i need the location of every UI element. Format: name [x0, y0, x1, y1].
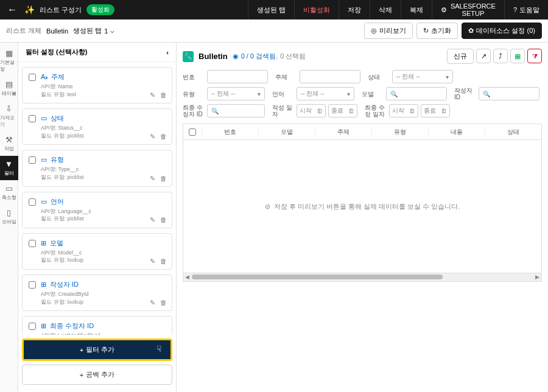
chevron-left-icon[interactable]: ‹: [166, 49, 169, 56]
filter-checkbox[interactable]: [29, 323, 36, 330]
app-title: 리스트 구성기: [40, 5, 82, 15]
field-label-number: 번호: [183, 74, 203, 80]
filter-checkbox[interactable]: [29, 240, 36, 247]
filter-label: 최종 수정자 ID: [50, 321, 94, 331]
col-model[interactable]: 모델: [258, 128, 315, 136]
datasource-button[interactable]: ✿데이터소스 설정 (0): [462, 23, 542, 39]
content-area: 🔧 Bulletin ◉ 0 / 0 검색됨. 0 선택됨 신규 ↗ ⤴ ▦ ⧩…: [177, 43, 548, 392]
top-tab-deactivate[interactable]: 비활성화: [294, 0, 339, 19]
delete-icon[interactable]: 🗑: [160, 133, 167, 141]
filter-card[interactable]: ⊞최종 수정자 IDAPI명: LastModifiedById필드 유형: l…: [22, 316, 172, 335]
reset-button[interactable]: ↻초기화: [416, 23, 458, 39]
preview-button[interactable]: ◎미리보기: [364, 23, 413, 39]
col-subject[interactable]: 주제: [315, 128, 371, 136]
top-tab-setup[interactable]: ⚙ SALESFORCESETUP: [432, 0, 504, 19]
scroll-right-arrow[interactable]: ▶: [533, 273, 541, 281]
rail-table[interactable]: ▤테이블: [0, 76, 18, 100]
eye-icon: ◎: [371, 27, 377, 35]
delete-icon[interactable]: 🗑: [160, 91, 167, 99]
top-tab-generated[interactable]: 생성된 탭: [248, 0, 294, 19]
tab-selector[interactable]: 생성된 탭 1 ⌵: [73, 26, 114, 35]
scroll-thumb[interactable]: [192, 275, 443, 279]
horizontal-scrollbar[interactable]: ◀ ▶: [183, 273, 542, 282]
edit-icon[interactable]: ✎: [150, 133, 155, 141]
filter-checkbox[interactable]: [29, 198, 36, 206]
col-number[interactable]: 번호: [202, 128, 258, 136]
filter-card[interactable]: ⊞작성자 IDAPI명: CreatedById필드 유형: lookup✎🗑: [22, 275, 172, 311]
col-content[interactable]: 내용: [428, 128, 485, 136]
grid-icon: ▦: [5, 49, 13, 58]
filter-card[interactable]: ⊞모델API명: Model__c필드 유형: lookup✎🗑: [22, 233, 172, 270]
upload-button[interactable]: ⤴: [493, 49, 508, 63]
creator-lookup[interactable]: 🔍: [479, 87, 539, 100]
filter-checkbox[interactable]: [29, 115, 36, 122]
back-arrow-icon[interactable]: ←: [5, 4, 19, 15]
filter-label: 모델: [50, 239, 63, 248]
modified-start-date[interactable]: 시작🗓: [389, 104, 418, 117]
edit-icon[interactable]: ✎: [150, 91, 155, 99]
number-input[interactable]: [207, 70, 268, 83]
calendar-icon: 🗓: [317, 108, 323, 114]
rail-filter[interactable]: ▼필터: [0, 156, 18, 180]
filter-meta: API명: CreatedById필드 유형: lookup: [41, 290, 166, 306]
rail-shrink[interactable]: ▭축소형: [0, 180, 18, 205]
edit-icon[interactable]: ✎: [150, 216, 155, 224]
delete-icon[interactable]: 🗑: [160, 257, 167, 265]
col-status[interactable]: 상태: [485, 128, 541, 136]
filter-card[interactable]: ▭상태API명: Status__c필드 유형: picklist✎🗑: [22, 108, 172, 145]
filter-checkbox[interactable]: [29, 156, 36, 164]
topbar: ← ✨ 리스트 구성기 활성화 생성된 탭 비활성화 저장 삭제 복제 ⚙ SA…: [0, 0, 548, 19]
top-tab-clone[interactable]: 복제: [401, 0, 432, 19]
delete-icon[interactable]: 🗑: [160, 216, 167, 224]
filter-panel-header: 필터 설정 (선택사항) ‹: [18, 43, 176, 62]
scroll-left-arrow[interactable]: ◀: [183, 273, 191, 281]
top-tab-delete[interactable]: 삭제: [370, 0, 401, 19]
export-button[interactable]: ↗: [476, 49, 491, 63]
magic-wand-icon: ✨: [24, 5, 35, 15]
subject-input[interactable]: [300, 70, 360, 83]
filter-checkbox[interactable]: [29, 281, 36, 289]
field-label-status: 상태: [368, 74, 388, 80]
created-start-date[interactable]: 시작🗓: [297, 104, 326, 117]
add-filter-button[interactable]: + 필터 추가 ☟: [22, 338, 172, 361]
language-select[interactable]: -- 전체 --▾: [297, 87, 354, 100]
upload-icon: ⤴: [499, 52, 502, 60]
filter-label: 주제: [51, 72, 65, 82]
edit-icon[interactable]: ✎: [150, 175, 155, 183]
created-end-date[interactable]: 종료🗓: [328, 104, 357, 117]
new-button[interactable]: 신규: [447, 49, 474, 64]
mobile-icon: ▯: [7, 208, 11, 217]
field-type-icon: A₃: [41, 73, 47, 81]
filter-card[interactable]: ▭유형API명: Type__c필드 유형: picklist✎🗑: [22, 150, 172, 186]
filter-card[interactable]: A₃주제API명: Name필드 유형: text✎🗑: [22, 67, 172, 103]
grid-body: ⊘ 저장 후 미리보기 버튼을 통해 실제 데이터를 보실 수 있습니다.: [183, 139, 542, 273]
rail-mobile[interactable]: ▯모바일: [0, 205, 18, 229]
rail-import[interactable]: ⇩가져오기: [0, 100, 18, 131]
edit-icon[interactable]: ✎: [150, 257, 155, 265]
rail-basic[interactable]: ▦기본설정: [0, 45, 18, 76]
col-type[interactable]: 유형: [371, 128, 428, 136]
filter-card[interactable]: ▭언어API명: Language__c필드 유형: picklist✎🗑: [22, 192, 172, 228]
edit-icon[interactable]: ✎: [150, 299, 155, 307]
model-lookup[interactable]: 🔍: [386, 87, 447, 100]
clear-filter-button[interactable]: ⧩: [527, 49, 542, 63]
field-type-icon: ▭: [41, 114, 47, 122]
excel-button[interactable]: ▦: [510, 49, 525, 63]
top-tab-help[interactable]: ? 도움말: [504, 0, 548, 19]
filter-list: A₃주제API명: Name필드 유형: text✎🗑▭상태API명: Stat…: [18, 62, 176, 335]
chevron-down-icon: ▾: [258, 91, 261, 97]
field-type-icon: ⊞: [41, 239, 46, 247]
modified-end-date[interactable]: 종료🗓: [421, 104, 450, 117]
select-all-checkbox[interactable]: [189, 128, 196, 136]
rail-action[interactable]: ⚒작업: [0, 131, 18, 156]
delete-icon[interactable]: 🗑: [160, 175, 167, 183]
add-blank-button[interactable]: + 공백 추가: [22, 365, 172, 385]
status-select[interactable]: -- 전체 --▾: [392, 70, 453, 83]
type-select[interactable]: -- 전체 --▾: [207, 87, 265, 100]
modifier-lookup[interactable]: 🔍: [207, 104, 265, 117]
field-label-subject: 주제: [275, 74, 296, 80]
top-tab-save[interactable]: 저장: [339, 0, 370, 19]
field-label-created-date: 작성 일자: [272, 104, 293, 117]
delete-icon[interactable]: 🗑: [160, 299, 167, 307]
filter-checkbox[interactable]: [29, 74, 36, 81]
